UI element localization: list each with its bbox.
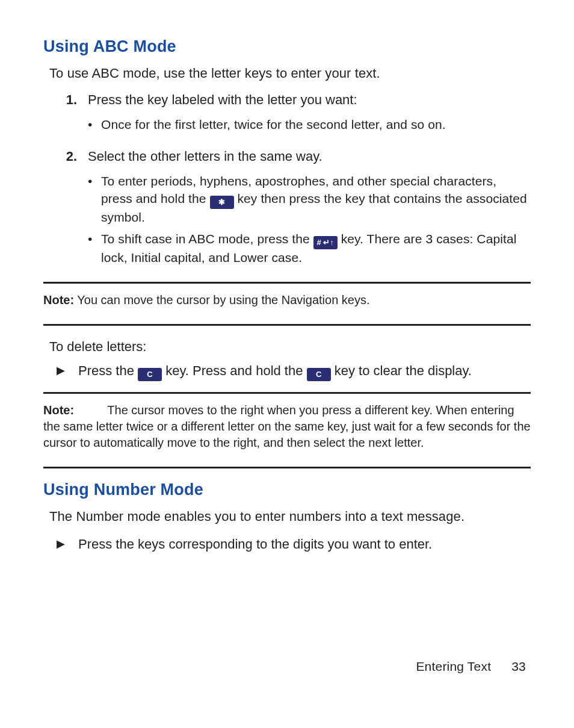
arrow-body: Press the C key. Press and hold the C ke… [78,362,531,381]
bullet-item: Once for the first letter, twice for the… [88,116,531,133]
steps-list: 1. Press the key labeled with the letter… [43,92,531,271]
divider [43,282,531,284]
step-text: Select the other letters in the same way… [88,149,322,164]
arrow-icon: ▶ [43,535,78,550]
text-fragment: key. Press and hold the [165,363,306,378]
note-block: Note: The cursor moves to the right when… [43,400,531,456]
footer-page-number: 33 [511,659,526,673]
bullet-list: Once for the first letter, twice for the… [88,116,531,133]
note-label: Note: [43,403,74,417]
delete-intro: To delete letters: [49,339,531,355]
note-label: Note: [43,293,74,306]
text-fragment: To shift case in ABC mode, press the [101,232,313,246]
arrow-list: ▶ Press the keys corresponding to the di… [43,535,531,553]
c-key-icon: C [138,368,162,381]
divider [43,467,531,468]
note-body: You can move the cursor by using the Nav… [74,293,369,306]
divider [43,324,531,326]
document-page: Using ABC Mode To use ABC mode, use the … [0,0,574,728]
divider [43,392,531,394]
pound-key-icon: # ↵↑ [313,236,338,249]
step-text: Press the key labeled with the letter yo… [88,92,357,107]
section-heading-abc-mode: Using ABC Mode [43,37,531,56]
arrow-body: Press the keys corresponding to the digi… [78,535,531,553]
bullet-list: To enter periods, hyphens, apostrophes, … [88,173,531,266]
c-key-icon: C [307,368,331,381]
arrow-item: ▶ Press the C key. Press and hold the C … [43,362,531,381]
step-body: Press the key labeled with the letter yo… [88,92,531,138]
step-number: 2. [43,149,88,271]
footer-section: Entering Text [416,659,491,673]
bullet-item: To enter periods, hyphens, apostrophes, … [88,173,531,226]
arrow-icon: ▶ [43,362,78,377]
arrow-item: ▶ Press the keys corresponding to the di… [43,535,531,553]
step-2: 2. Select the other letters in the same … [43,149,531,271]
step-number: 1. [43,92,88,138]
note-body: The cursor moves to the right when you p… [43,403,531,449]
step-body: Select the other letters in the same way… [88,149,531,271]
star-key-icon: ✱ [210,196,234,209]
step-1: 1. Press the key labeled with the letter… [43,92,531,138]
bullet-item: To shift case in ABC mode, press the # ↵… [88,231,531,266]
text-fragment: Press the [78,363,138,378]
arrow-list: ▶ Press the C key. Press and hold the C … [43,362,531,381]
section-intro: To use ABC mode, use the letter keys to … [49,66,531,81]
text-fragment: key to clear the display. [335,363,472,378]
note-block: Note: You can move the cursor by using t… [43,290,531,313]
section-intro: The Number mode enables you to enter num… [49,509,531,524]
section-heading-number-mode: Using Number Mode [43,481,531,499]
page-footer: Entering Text 33 [416,659,526,674]
